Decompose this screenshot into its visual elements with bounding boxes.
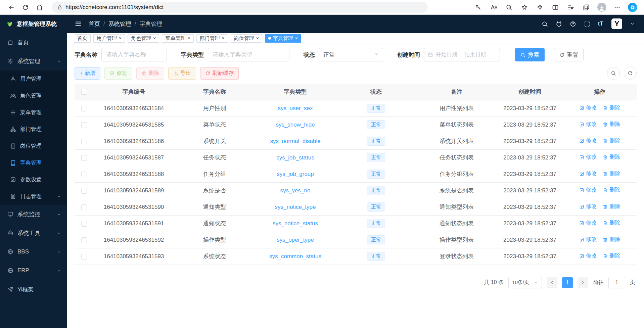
row-edit-button[interactable]: 修改 [579,104,597,111]
tab-menu-mgmt[interactable]: 菜单管理× [162,34,193,43]
sidebar-item-home[interactable]: 首页 [0,33,67,52]
tab-home[interactable]: 首页 [74,34,91,43]
page-size-select[interactable]: 10条/页 [508,277,542,288]
row-delete-button[interactable]: 删除 [603,252,620,260]
sidebar-item-system[interactable]: 系统管理 [0,52,67,71]
row-checkbox[interactable] [81,188,87,194]
help-button[interactable] [570,21,576,27]
reset-button[interactable]: 重置 [554,48,584,61]
sidebar-item-yi-framework[interactable]: Yi框架 [0,280,67,299]
tab-close-icon[interactable]: × [153,36,156,41]
row-delete-button[interactable]: 删除 [603,187,620,194]
dict-type-link[interactable]: sys_job_group [277,171,314,177]
user-menu-button[interactable] [630,21,635,26]
edit-button[interactable]: 修改 [104,67,132,80]
collections-button[interactable] [580,1,592,13]
row-checkbox[interactable] [81,139,87,144]
dict-type-link[interactable]: sys_job_status [276,154,314,161]
row-edit-button[interactable]: 修改 [579,154,597,161]
dict-type-link[interactable]: sys_common_status [269,253,321,260]
row-edit-button[interactable]: 修改 [579,236,597,243]
tab-dept-mgmt[interactable]: 部门管理× [196,34,228,43]
tab-post-mgmt[interactable]: 岗位管理× [231,34,262,43]
page-number-1[interactable]: 1 [562,277,573,288]
sidebar-item-tools[interactable]: 系统工具 [0,224,67,242]
row-edit-button[interactable]: 修改 [579,137,597,144]
tab-close-icon[interactable]: × [295,36,298,41]
search-button[interactable]: 搜索 [515,48,545,61]
select-all-checkbox[interactable] [81,89,87,95]
sidebar-item-posts[interactable]: 岗位管理 [0,138,67,154]
row-checkbox[interactable] [81,221,87,227]
user-logo[interactable]: Y [611,18,622,29]
read-aloud-button[interactable] [488,1,500,13]
back-button[interactable] [5,1,17,13]
row-checkbox[interactable] [81,204,87,210]
date-range-picker[interactable]: 开始日期 - 结束日期 [424,48,500,61]
row-delete-button[interactable]: 删除 [603,137,620,144]
sidebar-item-departments[interactable]: 部门管理 [0,121,67,138]
sidebar-item-dictionary[interactable]: 字典管理 [0,154,67,171]
dict-type-input[interactable] [208,48,289,61]
dict-type-link[interactable]: sys_normal_disable [270,138,320,144]
profile-button[interactable] [596,1,608,13]
tab-close-icon[interactable]: × [222,36,225,41]
sidebar-item-roles[interactable]: 角色管理 [0,87,67,104]
header-search-button[interactable] [542,21,548,27]
row-delete-button[interactable]: 删除 [603,236,620,243]
dict-type-link[interactable]: sys_user_sex [278,105,313,111]
row-checkbox[interactable] [81,155,87,161]
github-button[interactable] [556,21,562,27]
dict-type-link[interactable]: sys_notice_status [273,220,318,227]
row-edit-button[interactable]: 修改 [579,203,597,210]
tab-user-mgmt[interactable]: 用户管理× [93,34,125,43]
status-select[interactable]: 正常 [319,48,383,61]
tab-close-icon[interactable]: × [256,36,259,41]
refresh-table-button[interactable] [624,67,637,80]
row-delete-button[interactable]: 删除 [603,154,620,161]
row-delete-button[interactable]: 删除 [603,104,620,111]
sidebar-item-parameters[interactable]: 参数设置 [0,171,67,188]
dict-type-link[interactable]: sys_oper_type [277,237,314,243]
dict-name-input[interactable] [101,48,167,61]
hamburger-icon[interactable] [75,20,82,28]
row-edit-button[interactable]: 修改 [579,170,597,177]
delete-button[interactable]: 删除 [136,67,164,80]
sidebar-item-logs[interactable]: 日志管理 [0,188,67,205]
row-delete-button[interactable]: 删除 [603,170,620,177]
tab-dict-mgmt[interactable]: 字典管理× [265,34,301,43]
tab-close-icon[interactable]: × [119,36,122,41]
extensions-button[interactable] [534,1,546,13]
toggle-search-button[interactable] [607,67,620,80]
row-edit-button[interactable]: 修改 [579,252,597,260]
favorites-add-button[interactable] [518,1,531,13]
sidebar-item-menus[interactable]: 菜单管理 [0,104,67,121]
row-edit-button[interactable]: 修改 [579,121,597,128]
home-button[interactable] [34,1,46,13]
tab-role-mgmt[interactable]: 角色管理× [128,34,159,43]
tab-close-icon[interactable]: × [187,36,190,41]
add-button[interactable]: + 新增 [75,67,100,80]
browser-menu-button[interactable] [611,1,623,13]
row-delete-button[interactable]: 删除 [603,121,620,128]
favorites-bar-button[interactable] [565,1,577,13]
dict-type-link[interactable]: sys_notice_type [275,204,316,210]
row-checkbox[interactable] [81,172,87,177]
dict-type-link[interactable]: sys_show_hide [276,122,315,128]
row-edit-button[interactable]: 修改 [579,187,597,194]
prev-page-button[interactable] [547,277,557,288]
split-screen-button[interactable] [549,1,561,13]
dict-type-link[interactable]: sys_yes_no [280,187,311,194]
sidebar-item-monitoring[interactable]: 系统监控 [0,205,67,224]
breadcrumb-system[interactable]: 系统管理 [108,20,131,28]
row-checkbox[interactable] [81,122,87,128]
zoom-button[interactable] [503,1,515,13]
export-button[interactable]: 导出 [168,67,196,80]
next-page-button[interactable] [578,277,588,288]
fullscreen-button[interactable] [584,21,590,27]
row-delete-button[interactable]: 删除 [603,203,620,210]
breadcrumb-home[interactable]: 首页 [89,20,100,28]
bing-chat-button[interactable]: b [627,1,639,13]
row-edit-button[interactable]: 修改 [579,220,597,227]
sidebar-item-users[interactable]: 用户管理 [0,71,67,87]
